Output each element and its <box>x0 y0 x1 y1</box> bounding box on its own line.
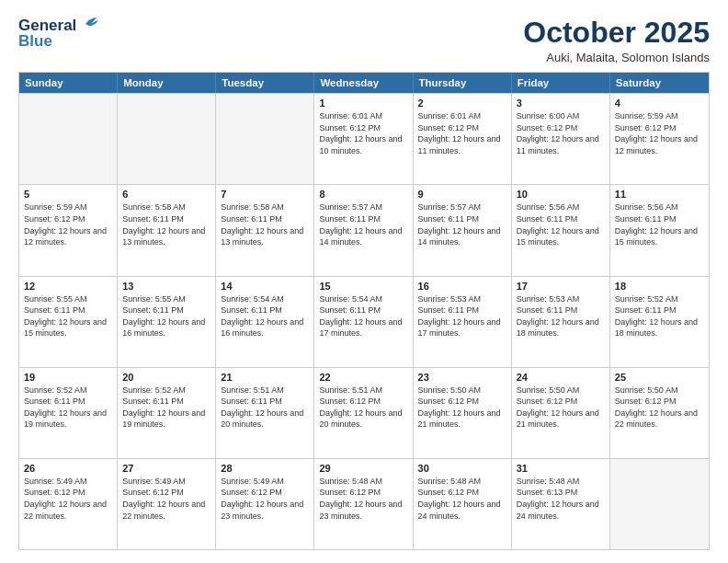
cal-cell-4-4: 22Sunrise: 5:51 AMSunset: 6:12 PMDayligh… <box>314 368 413 458</box>
cal-cell-1-2 <box>118 94 216 184</box>
day-number: 30 <box>418 463 506 474</box>
week-row-5: 26Sunrise: 5:49 AMSunset: 6:12 PMDayligh… <box>19 458 709 549</box>
header-thursday: Thursday <box>414 73 512 93</box>
week-row-1: 1Sunrise: 6:01 AMSunset: 6:12 PMDaylight… <box>19 93 709 184</box>
cal-cell-1-6: 3Sunrise: 6:00 AMSunset: 6:12 PMDaylight… <box>512 94 610 184</box>
header-sunday: Sunday <box>19 73 118 93</box>
cal-cell-4-1: 19Sunrise: 5:52 AMSunset: 6:11 PMDayligh… <box>19 368 118 458</box>
day-number: 14 <box>221 281 309 292</box>
day-info: Sunrise: 5:50 AMSunset: 6:12 PMDaylight:… <box>517 385 605 431</box>
day-info: Sunrise: 5:57 AMSunset: 6:11 PMDaylight:… <box>319 201 407 247</box>
calendar: Sunday Monday Tuesday Wednesday Thursday… <box>18 72 710 550</box>
day-info: Sunrise: 5:48 AMSunset: 6:12 PMDaylight:… <box>319 476 407 522</box>
day-number: 24 <box>517 372 605 383</box>
day-info: Sunrise: 5:55 AMSunset: 6:11 PMDaylight:… <box>122 293 210 339</box>
cal-cell-5-4: 29Sunrise: 5:48 AMSunset: 6:12 PMDayligh… <box>314 459 413 549</box>
day-number: 7 <box>221 189 309 200</box>
day-info: Sunrise: 5:51 AMSunset: 6:12 PMDaylight:… <box>319 385 407 431</box>
logo-blue: Blue <box>18 32 52 51</box>
day-info: Sunrise: 5:48 AMSunset: 6:12 PMDaylight:… <box>418 476 506 522</box>
day-number: 9 <box>418 189 506 200</box>
day-info: Sunrise: 5:49 AMSunset: 6:12 PMDaylight:… <box>122 476 210 522</box>
day-number: 4 <box>615 98 704 109</box>
header-wednesday: Wednesday <box>314 73 413 93</box>
cal-cell-4-5: 23Sunrise: 5:50 AMSunset: 6:12 PMDayligh… <box>414 368 512 458</box>
day-info: Sunrise: 5:54 AMSunset: 6:11 PMDaylight:… <box>319 293 407 339</box>
logo-bird-icon <box>78 17 98 33</box>
day-info: Sunrise: 5:50 AMSunset: 6:12 PMDaylight:… <box>615 385 704 431</box>
week-row-4: 19Sunrise: 5:52 AMSunset: 6:11 PMDayligh… <box>19 367 709 458</box>
cal-cell-5-5: 30Sunrise: 5:48 AMSunset: 6:12 PMDayligh… <box>414 459 512 549</box>
day-info: Sunrise: 5:53 AMSunset: 6:11 PMDaylight:… <box>517 293 605 339</box>
day-number: 18 <box>615 281 704 292</box>
day-info: Sunrise: 5:52 AMSunset: 6:11 PMDaylight:… <box>24 385 112 431</box>
day-number: 2 <box>418 98 506 109</box>
cal-cell-1-4: 1Sunrise: 6:01 AMSunset: 6:12 PMDaylight… <box>314 94 413 184</box>
header-friday: Friday <box>512 73 610 93</box>
day-number: 26 <box>24 463 112 474</box>
calendar-body: 1Sunrise: 6:01 AMSunset: 6:12 PMDaylight… <box>19 93 709 549</box>
cal-cell-5-6: 31Sunrise: 5:48 AMSunset: 6:13 PMDayligh… <box>512 459 610 549</box>
cal-cell-1-3 <box>216 94 314 184</box>
month-title: October 2025 <box>523 17 710 49</box>
day-info: Sunrise: 5:56 AMSunset: 6:11 PMDaylight:… <box>517 201 605 247</box>
calendar-header: Sunday Monday Tuesday Wednesday Thursday… <box>19 73 709 93</box>
title-area: October 2025 Auki, Malaita, Solomon Isla… <box>523 17 710 64</box>
cal-cell-5-7 <box>610 459 709 549</box>
cal-cell-2-5: 9Sunrise: 5:57 AMSunset: 6:11 PMDaylight… <box>414 185 512 275</box>
day-info: Sunrise: 5:49 AMSunset: 6:12 PMDaylight:… <box>24 476 112 522</box>
day-number: 29 <box>319 463 407 474</box>
day-info: Sunrise: 5:59 AMSunset: 6:12 PMDaylight:… <box>24 201 112 247</box>
day-number: 11 <box>615 189 704 200</box>
subtitle: Auki, Malaita, Solomon Islands <box>523 51 710 64</box>
cal-cell-5-3: 28Sunrise: 5:49 AMSunset: 6:12 PMDayligh… <box>216 459 314 549</box>
day-info: Sunrise: 5:52 AMSunset: 6:11 PMDaylight:… <box>122 385 210 431</box>
day-info: Sunrise: 5:55 AMSunset: 6:11 PMDaylight:… <box>24 293 112 339</box>
cal-cell-5-1: 26Sunrise: 5:49 AMSunset: 6:12 PMDayligh… <box>19 459 118 549</box>
day-number: 27 <box>122 463 210 474</box>
day-info: Sunrise: 5:48 AMSunset: 6:13 PMDaylight:… <box>517 476 605 522</box>
day-info: Sunrise: 5:49 AMSunset: 6:12 PMDaylight:… <box>221 476 309 522</box>
cal-cell-2-4: 8Sunrise: 5:57 AMSunset: 6:11 PMDaylight… <box>314 185 413 275</box>
cal-cell-2-3: 7Sunrise: 5:58 AMSunset: 6:11 PMDaylight… <box>216 185 314 275</box>
day-number: 31 <box>517 463 605 474</box>
day-number: 10 <box>517 189 605 200</box>
cal-cell-3-1: 12Sunrise: 5:55 AMSunset: 6:11 PMDayligh… <box>19 277 118 367</box>
cal-cell-4-2: 20Sunrise: 5:52 AMSunset: 6:11 PMDayligh… <box>118 368 216 458</box>
day-info: Sunrise: 5:50 AMSunset: 6:12 PMDaylight:… <box>418 385 506 431</box>
cal-cell-1-7: 4Sunrise: 5:59 AMSunset: 6:12 PMDaylight… <box>610 94 709 184</box>
day-info: Sunrise: 6:00 AMSunset: 6:12 PMDaylight:… <box>517 110 605 156</box>
day-number: 23 <box>418 372 506 383</box>
cal-cell-2-7: 11Sunrise: 5:56 AMSunset: 6:11 PMDayligh… <box>610 185 709 275</box>
logo: General Blue <box>18 17 98 51</box>
header-tuesday: Tuesday <box>216 73 314 93</box>
day-number: 21 <box>221 372 309 383</box>
week-row-3: 12Sunrise: 5:55 AMSunset: 6:11 PMDayligh… <box>19 276 709 367</box>
day-number: 8 <box>319 189 407 200</box>
header-saturday: Saturday <box>610 73 709 93</box>
cal-cell-5-2: 27Sunrise: 5:49 AMSunset: 6:12 PMDayligh… <box>118 459 216 549</box>
cal-cell-3-3: 14Sunrise: 5:54 AMSunset: 6:11 PMDayligh… <box>216 277 314 367</box>
day-info: Sunrise: 5:51 AMSunset: 6:11 PMDaylight:… <box>221 385 309 431</box>
cal-cell-3-2: 13Sunrise: 5:55 AMSunset: 6:11 PMDayligh… <box>118 277 216 367</box>
cal-cell-2-2: 6Sunrise: 5:58 AMSunset: 6:11 PMDaylight… <box>118 185 216 275</box>
header-monday: Monday <box>118 73 216 93</box>
cal-cell-3-7: 18Sunrise: 5:52 AMSunset: 6:11 PMDayligh… <box>610 277 709 367</box>
cal-cell-1-1 <box>19 94 118 184</box>
cal-cell-3-4: 15Sunrise: 5:54 AMSunset: 6:11 PMDayligh… <box>314 277 413 367</box>
cal-cell-3-6: 17Sunrise: 5:53 AMSunset: 6:11 PMDayligh… <box>512 277 610 367</box>
day-number: 20 <box>122 372 210 383</box>
day-number: 22 <box>319 372 407 383</box>
cal-cell-1-5: 2Sunrise: 6:01 AMSunset: 6:12 PMDaylight… <box>414 94 512 184</box>
day-number: 28 <box>221 463 309 474</box>
day-number: 12 <box>24 281 112 292</box>
day-info: Sunrise: 5:58 AMSunset: 6:11 PMDaylight:… <box>221 201 309 247</box>
cal-cell-4-6: 24Sunrise: 5:50 AMSunset: 6:12 PMDayligh… <box>512 368 610 458</box>
day-info: Sunrise: 5:56 AMSunset: 6:11 PMDaylight:… <box>615 201 704 247</box>
cal-cell-3-5: 16Sunrise: 5:53 AMSunset: 6:11 PMDayligh… <box>414 277 512 367</box>
day-number: 13 <box>122 281 210 292</box>
week-row-2: 5Sunrise: 5:59 AMSunset: 6:12 PMDaylight… <box>19 184 709 275</box>
day-number: 16 <box>418 281 506 292</box>
day-number: 5 <box>24 189 112 200</box>
day-info: Sunrise: 5:52 AMSunset: 6:11 PMDaylight:… <box>615 293 704 339</box>
